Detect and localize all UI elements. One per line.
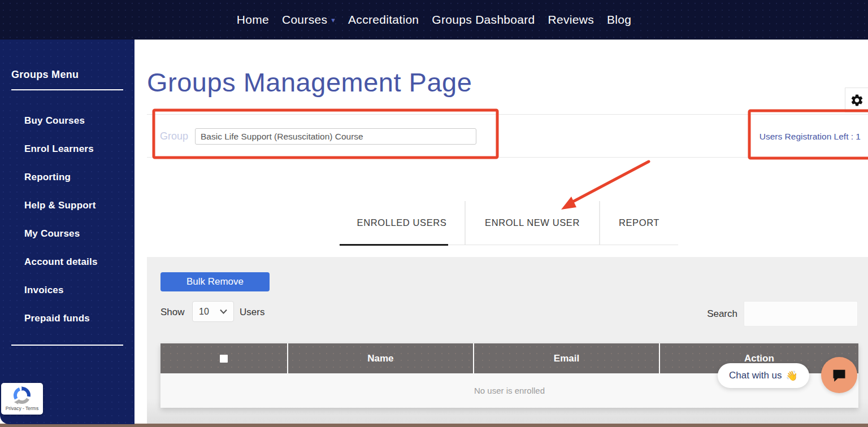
chat-with-us-bubble[interactable]: Chat with us 👋 xyxy=(718,363,809,388)
group-field-label: Group xyxy=(160,130,188,142)
groups-menu-sidebar: Groups Menu Buy Courses Enrol Learners R… xyxy=(0,40,134,424)
tab-enrolled-users-label: ENROLLED USERS xyxy=(357,217,447,228)
tab-enrolled-users[interactable]: ENROLLED USERS xyxy=(339,201,465,245)
enrolled-users-panel: Bulk Remove Show 10 Users Search Name xyxy=(147,257,868,424)
page-size-select[interactable]: 10 xyxy=(192,301,234,322)
chevron-down-icon xyxy=(220,309,227,314)
top-nav: Home Courses ▾ Accreditation Groups Dash… xyxy=(0,0,868,40)
nav-item-courses[interactable]: Courses ▾ xyxy=(282,13,335,27)
tab-enroll-new-user-label: ENROLL NEW USER xyxy=(485,217,580,228)
nav-item-home[interactable]: Home xyxy=(237,13,269,27)
table-header-checkbox-cell xyxy=(160,343,287,373)
recaptcha-privacy-terms: Privacy - Terms xyxy=(6,406,38,411)
sidebar-item-account-details[interactable]: Account details xyxy=(24,256,98,268)
table-header-name: Name xyxy=(287,343,474,373)
tab-report[interactable]: REPORT xyxy=(599,201,678,245)
users-registration-left-text: Users Registration Left : 1 xyxy=(760,132,861,142)
group-input[interactable] xyxy=(195,128,476,145)
sidebar-item-invoices[interactable]: Invoices xyxy=(24,285,64,296)
nav-item-courses-label: Courses xyxy=(282,13,327,27)
search-input[interactable] xyxy=(744,301,858,326)
chat-launcher-button[interactable] xyxy=(821,357,857,393)
search-label: Search xyxy=(707,308,737,320)
sidebar-item-help-support[interactable]: Help & Support xyxy=(24,200,96,211)
group-selector-row: Group Users Registration Left : 1 xyxy=(147,114,868,158)
chat-label: Chat with us xyxy=(729,370,782,381)
page: Home Courses ▾ Accreditation Groups Dash… xyxy=(0,0,868,427)
sidebar-item-my-courses[interactable]: My Courses xyxy=(24,228,80,239)
sidebar-item-reporting[interactable]: Reporting xyxy=(24,172,71,183)
sidebar-divider-bottom xyxy=(11,345,123,346)
table-header-email: Email xyxy=(473,343,659,373)
sidebar-item-buy-courses[interactable]: Buy Courses xyxy=(24,115,85,127)
nav-item-groups-dashboard[interactable]: Groups Dashboard xyxy=(432,13,535,27)
nav-item-blog[interactable]: Blog xyxy=(607,13,631,27)
settings-button[interactable] xyxy=(845,88,868,112)
select-all-checkbox[interactable] xyxy=(220,355,228,363)
recaptcha-badge[interactable]: Privacy - Terms xyxy=(1,383,43,415)
show-users-suffix: Users xyxy=(240,307,264,318)
page-title: Groups Management Page xyxy=(147,67,472,98)
empty-message: No user is enrolled xyxy=(474,386,545,395)
search-area: Search xyxy=(707,301,858,326)
page-size-value: 10 xyxy=(199,307,209,317)
recaptcha-icon xyxy=(13,386,31,404)
gear-icon xyxy=(850,93,864,107)
tab-report-label: REPORT xyxy=(619,217,659,228)
active-tab-indicator xyxy=(340,244,448,246)
sidebar-title: Groups Menu xyxy=(11,69,79,81)
nav-item-accreditation[interactable]: Accreditation xyxy=(348,13,419,27)
tab-bar: ENROLLED USERS ENROLL NEW USER REPORT xyxy=(339,201,678,245)
nav-item-reviews[interactable]: Reviews xyxy=(548,13,594,27)
sidebar-divider-top xyxy=(11,89,123,90)
tab-enroll-new-user[interactable]: ENROLL NEW USER xyxy=(465,201,599,245)
chat-bubble-icon xyxy=(831,367,847,383)
sidebar-item-enrol-learners[interactable]: Enrol Learners xyxy=(24,143,94,155)
show-label: Show xyxy=(160,307,185,318)
chevron-down-icon: ▾ xyxy=(331,16,335,24)
waving-hand-emoji: 👋 xyxy=(786,370,798,382)
bulk-remove-button[interactable]: Bulk Remove xyxy=(160,272,270,291)
sidebar-item-prepaid-funds[interactable]: Prepaid funds xyxy=(24,313,90,324)
